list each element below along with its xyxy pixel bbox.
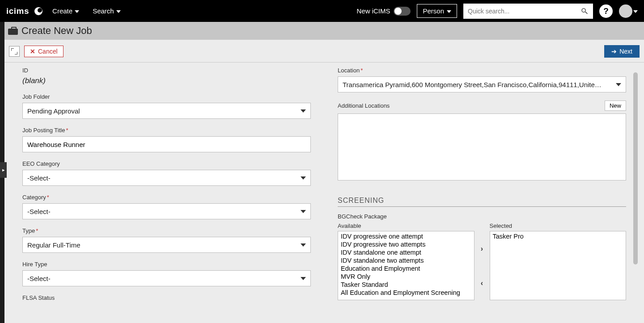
type-select[interactable]: Regular Full-Time (22, 237, 311, 253)
list-item[interactable]: MVR Only (339, 273, 473, 281)
job-folder-label: Job Folder (22, 93, 311, 100)
category-value: -Select- (27, 208, 51, 215)
next-button[interactable]: ➔ Next (604, 45, 640, 58)
close-icon: ✕ (30, 48, 35, 55)
search-type-dropdown[interactable]: Person (417, 4, 457, 18)
available-column: Available IDV progressive one attemptIDV… (338, 222, 475, 300)
flsa-status-label: FLSA Status (22, 294, 311, 301)
location-select[interactable]: Transamerica Pyramid,600 Montgomery Stre… (338, 76, 626, 92)
user-menu[interactable] (619, 4, 638, 18)
left-column: ID (blank) Job Folder Pending Approval J… (22, 67, 311, 308)
chevron-down-icon (301, 109, 306, 113)
field-bgcheck-package: BGCheck Package Available IDV progressiv… (338, 213, 626, 300)
expand-sidebar-button[interactable]: ▸ (0, 162, 7, 178)
job-folder-select[interactable]: Pending Approval (22, 103, 311, 119)
available-label: Available (338, 222, 475, 229)
move-right-button[interactable]: › (478, 245, 486, 253)
quick-search-input[interactable] (468, 8, 580, 15)
toggle-label: New iCIMS (356, 7, 390, 15)
duallist-move-buttons: › ‹ (478, 222, 486, 300)
bgcheck-label: BGCheck Package (338, 213, 626, 220)
chevron-down-icon (116, 10, 121, 13)
additional-locations-box[interactable] (338, 113, 626, 180)
nav-search[interactable]: Search (89, 7, 124, 15)
hire-type-select[interactable]: -Select- (22, 270, 311, 286)
job-posting-title-field[interactable] (27, 141, 306, 148)
field-job-folder: Job Folder Pending Approval (22, 93, 311, 119)
nav-create-label: Create (52, 7, 72, 15)
field-hire-type: Hire Type -Select- (22, 261, 311, 286)
inner-scrollbar-track[interactable] (633, 64, 638, 319)
search-type-label: Person (423, 7, 444, 15)
job-posting-title-input[interactable] (22, 136, 311, 152)
action-bar: ✕ Cancel ➔ Next (4, 40, 644, 63)
field-type: Type* Regular Full-Time (22, 227, 311, 253)
field-job-posting-title: Job Posting Title* (22, 127, 311, 152)
form-body: ID (blank) Job Folder Pending Approval J… (4, 63, 644, 323)
type-value: Regular Full-Time (27, 241, 80, 249)
location-value: Transamerica Pyramid,600 Montgomery Stre… (343, 81, 610, 88)
location-label: Location* (338, 67, 626, 74)
list-item[interactable]: IDV progressive two attempts (339, 240, 473, 248)
selected-listbox[interactable]: Tasker Pro (490, 231, 627, 300)
id-label: ID (22, 67, 311, 74)
cancel-button[interactable]: ✕ Cancel (24, 46, 64, 57)
bgcheck-duallist: Available IDV progressive one attemptIDV… (338, 222, 626, 300)
job-folder-value: Pending Approval (27, 107, 80, 115)
hire-type-value: -Select- (27, 275, 51, 282)
list-item[interactable]: IDV standalone one attempt (339, 248, 473, 256)
page-area: Create New Job ✕ Cancel ➔ Next ID (blank… (4, 22, 644, 323)
page-title: Create New Job (21, 25, 92, 37)
brand-logo-icon (34, 7, 42, 15)
list-item[interactable]: Education and Employment (339, 264, 473, 273)
list-item[interactable]: Tasker Pro (491, 232, 625, 240)
chevron-down-icon (75, 10, 79, 13)
field-category: Category* -Select- (22, 194, 311, 219)
chevron-down-icon (447, 10, 451, 13)
list-item[interactable]: Tasker Standard (339, 281, 473, 289)
search-icon (580, 7, 589, 15)
chevron-down-icon (301, 210, 306, 213)
nav-search-label: Search (93, 7, 114, 15)
field-eeo-category: EEO Category -Select- (22, 160, 311, 186)
new-icims-toggle[interactable]: New iCIMS (356, 7, 411, 16)
list-item[interactable]: All Education and Employment Screening (339, 289, 473, 297)
toggle-switch[interactable] (394, 7, 411, 16)
screening-section-header: SCREENING (338, 197, 626, 207)
available-listbox[interactable]: IDV progressive one attemptIDV progressi… (338, 231, 475, 300)
nav-create[interactable]: Create (49, 7, 83, 15)
inner-scrollbar-thumb[interactable] (633, 72, 638, 264)
hire-type-label: Hire Type (22, 261, 311, 268)
category-label: Category* (22, 194, 311, 201)
page-header: Create New Job (4, 22, 644, 40)
eeo-category-label: EEO Category (22, 160, 311, 167)
avatar (619, 4, 632, 18)
brand-logo-text: icims (6, 6, 29, 16)
field-location: Location* Transamerica Pyramid,600 Montg… (338, 67, 626, 92)
chevron-down-icon (301, 277, 306, 280)
right-column: Location* Transamerica Pyramid,600 Montg… (338, 67, 626, 308)
help-icon[interactable]: ? (599, 4, 613, 18)
move-left-button[interactable]: ‹ (478, 279, 486, 287)
top-navbar: icims Create Search New iCIMS Person ? (0, 0, 644, 22)
chevron-down-icon (633, 10, 638, 13)
new-location-button[interactable]: New (605, 101, 626, 111)
eeo-category-value: -Select- (27, 174, 51, 182)
list-item[interactable]: IDV standalone two attempts (339, 256, 473, 264)
category-select[interactable]: -Select- (22, 203, 311, 219)
field-id: ID (blank) (22, 67, 311, 85)
field-additional-locations: Additional Locations New (338, 101, 626, 182)
chevron-down-icon (301, 243, 306, 247)
fullscreen-button[interactable] (9, 46, 20, 57)
briefcase-icon (8, 27, 18, 35)
expand-icon (11, 48, 17, 55)
id-value: (blank) (22, 76, 311, 85)
job-posting-title-label: Job Posting Title* (22, 127, 311, 134)
eeo-category-select[interactable]: -Select- (22, 170, 311, 186)
cancel-button-label: Cancel (38, 48, 58, 55)
selected-column: Selected Tasker Pro (490, 222, 627, 300)
quick-search-box[interactable] (463, 4, 593, 19)
chevron-down-icon (616, 83, 621, 86)
list-item[interactable]: IDV progressive one attempt (339, 232, 473, 240)
next-button-label: Next (619, 48, 632, 55)
